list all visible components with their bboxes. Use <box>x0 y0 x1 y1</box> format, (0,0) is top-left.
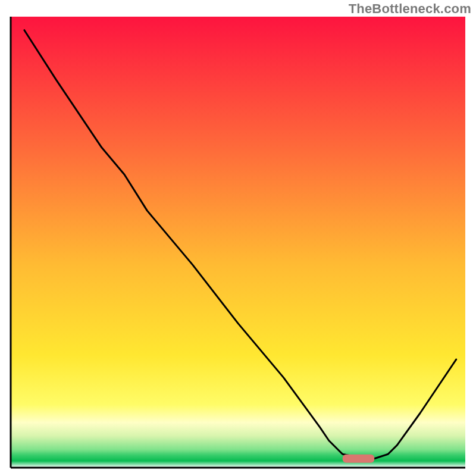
plot-area <box>11 17 465 468</box>
bottleneck-chart: TheBottleneck.com <box>0 0 476 476</box>
chart-svg <box>0 0 476 476</box>
watermark-text: TheBottleneck.com <box>349 1 471 17</box>
optimal-marker <box>343 455 374 463</box>
